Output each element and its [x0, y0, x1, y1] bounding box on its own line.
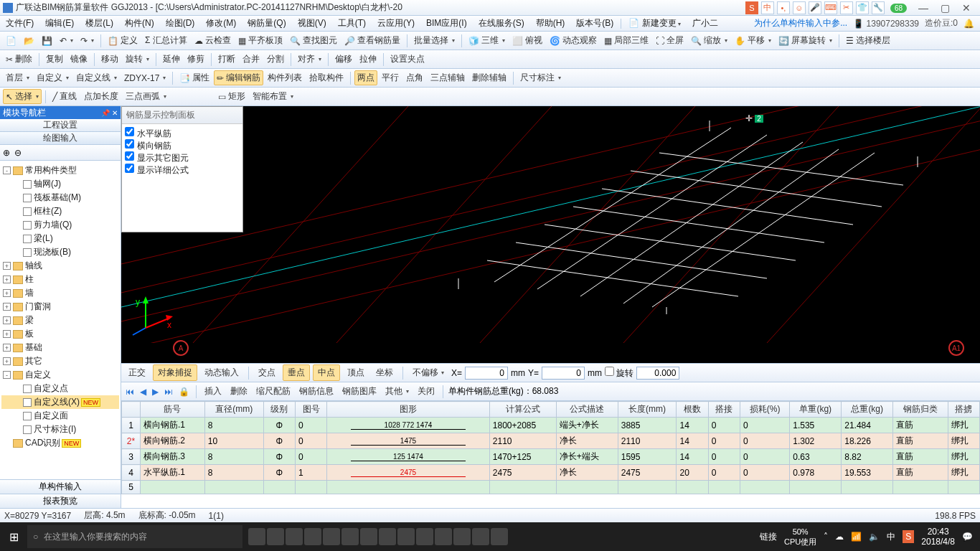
drawing-canvas[interactable]: A A1 yx ✛ 2 钢筋显示控制面板 水平纵筋横向钢筋显示其它图元显示详细公… — [121, 106, 980, 363]
menu-draw[interactable]: 绘图(D) — [160, 17, 201, 29]
menu-floor[interactable]: 楼层(L) — [80, 17, 119, 29]
tree-node[interactable]: 尺寸标注(I) — [1, 423, 119, 436]
mirror-btn[interactable]: 镜像 — [67, 52, 90, 67]
tray-onedrive-icon[interactable]: ☁ — [835, 532, 844, 542]
task-icon[interactable] — [379, 528, 396, 545]
task-icon[interactable] — [416, 528, 433, 545]
perp-toggle[interactable]: 垂点 — [283, 364, 310, 381]
offset-btn[interactable]: 偏移 — [332, 52, 355, 67]
fullscreen-btn[interactable]: ⛶ 全屏 — [653, 33, 687, 48]
component-tree[interactable]: -常用构件类型轴网(J)筏板基础(M)框柱(Z)剪力墙(Q)梁(L)现浇板(B)… — [0, 161, 121, 479]
delete-row-btn[interactable]: 删除 — [227, 384, 250, 399]
define-btn[interactable]: 📋 定义 — [105, 33, 141, 48]
display-check[interactable]: 显示其它图元 — [125, 151, 240, 164]
tip-link[interactable]: 为什么单构件输入中参... — [754, 17, 847, 29]
move-btn[interactable]: 移动 — [98, 52, 121, 67]
maximize-button[interactable]: ▢ — [934, 1, 956, 14]
task-icon[interactable] — [453, 528, 471, 545]
net-label[interactable]: 链接 — [760, 531, 777, 543]
delete-axis-btn[interactable]: 删除辅轴 — [469, 70, 509, 85]
tree-node[interactable]: 框柱(Z) — [1, 204, 119, 218]
copy-btn[interactable]: 复制 — [43, 52, 66, 67]
rebar-table[interactable]: 筋号直径(mm)级别图号图形计算公式公式描述长度(mm)根数搭接损耗(%)单重(… — [121, 401, 980, 508]
scale-rebar-btn[interactable]: 缩尺配筋 — [253, 384, 293, 399]
task-icon[interactable] — [491, 528, 508, 545]
rect-btn[interactable]: ▭ 矩形 — [215, 89, 248, 104]
display-check[interactable]: 横向钢筋 — [125, 139, 240, 151]
mid-toggle[interactable]: 中点 — [313, 364, 340, 381]
menu-edit[interactable]: 编辑(E) — [39, 17, 80, 29]
edit-rebar-btn[interactable]: ✏ 编辑钢筋 — [214, 70, 263, 85]
ime-lang-icon[interactable]: 中 — [761, 1, 774, 14]
tree-node[interactable]: 筏板基础(M) — [1, 191, 119, 204]
ime-mic-icon[interactable]: 🎤 — [809, 1, 821, 14]
screen-rotate-btn[interactable]: 🔄 屏幕旋转 — [776, 33, 835, 48]
tree-node[interactable]: +柱 — [1, 273, 119, 286]
cpu-label[interactable]: 50% CPU使用 — [784, 527, 816, 547]
coin-label[interactable]: 造价豆:0 — [925, 17, 958, 29]
grip-btn[interactable]: 设置夹点 — [387, 52, 428, 67]
prev-btn[interactable]: ◀ — [138, 387, 148, 397]
rebar-lib-btn[interactable]: 钢筋图库 — [339, 384, 380, 399]
ime-punct-icon[interactable]: •, — [777, 1, 790, 14]
other-btn[interactable]: 其他 — [382, 384, 412, 399]
tree-node[interactable]: 剪力墙(Q) — [1, 218, 119, 232]
tab-report-preview[interactable]: 报表预览 — [0, 494, 121, 508]
view-rebar-btn[interactable]: 🔎 查看钢筋量 — [341, 33, 403, 48]
ime-sogou-icon[interactable]: S — [745, 1, 758, 14]
tray-vol-icon[interactable]: 🔈 — [869, 532, 880, 542]
display-check[interactable]: 显示详细公式 — [125, 164, 240, 176]
task-icon[interactable] — [267, 528, 284, 545]
merge-btn[interactable]: 合并 — [240, 52, 263, 67]
inter-toggle[interactable]: 交点 — [254, 365, 280, 380]
zoom-btn[interactable]: 🔍 缩放 — [688, 33, 730, 48]
two-point-btn[interactable]: 两点 — [354, 70, 377, 85]
task-icon[interactable] — [286, 528, 303, 545]
customline-select[interactable]: 自定义线 — [73, 70, 120, 85]
table-row[interactable]: 3横向钢筋.38Φ0125 14741470+125净长+端头159514000… — [122, 449, 980, 465]
smart-layout-btn[interactable]: 智能布置 — [250, 89, 296, 104]
coord-toggle[interactable]: 坐标 — [372, 365, 397, 380]
line-btn[interactable]: ╱ 直线 — [50, 89, 80, 104]
tree-node[interactable]: 现浇板(B) — [1, 245, 119, 259]
y-input[interactable] — [542, 367, 585, 380]
lock-btn[interactable]: 🔒 — [177, 387, 191, 397]
pin-icon[interactable]: 📌 ✕ — [101, 109, 118, 117]
point-len-btn[interactable]: 点加长度 — [81, 89, 121, 104]
arc-btn[interactable]: 三点画弧 — [123, 89, 169, 104]
open-btn[interactable]: 📂 — [21, 34, 37, 47]
display-check[interactable]: 水平纵筋 — [125, 127, 240, 139]
tree-node[interactable]: +墙 — [1, 286, 119, 300]
dyninput-toggle[interactable]: 动态输入 — [200, 365, 243, 380]
find-ele-btn[interactable]: 🔍 查找图元 — [287, 33, 340, 48]
menu-rebar[interactable]: 钢筋量(Q) — [242, 17, 291, 29]
tree-node[interactable]: +轴线 — [1, 259, 119, 273]
nooffset-select[interactable]: 不偏移 — [408, 365, 448, 380]
clock[interactable]: 20:432018/4/8 — [921, 527, 955, 547]
user-label[interactable]: 广小二 — [687, 17, 724, 29]
align-top-btn[interactable]: ▦ 平齐板顶 — [235, 33, 286, 48]
menu-tool[interactable]: 工具(T) — [332, 17, 372, 29]
ime-cut-icon[interactable]: ✂ — [840, 1, 853, 14]
tree-node[interactable]: +门窗洞 — [1, 300, 119, 314]
tree-node[interactable]: -自定义 — [1, 368, 119, 382]
local-3d-btn[interactable]: ▦ 局部三维 — [601, 33, 651, 48]
last-btn[interactable]: ⏭ — [163, 387, 174, 397]
rebar-display-panel[interactable]: 钢筋显示控制面板 水平纵筋横向钢筋显示其它图元显示详细公式 — [121, 106, 243, 232]
menu-file[interactable]: 文件(F) — [0, 17, 39, 29]
delete-btn[interactable]: ✂ 删除 — [3, 52, 35, 67]
comp-list-btn[interactable]: 构件列表 — [265, 70, 305, 85]
ime-shirt-icon[interactable]: 👕 — [856, 1, 869, 14]
pan-btn[interactable]: ✋ 平移 — [732, 33, 774, 48]
table-row[interactable]: 2*横向钢筋.210Φ014752110净长211014001.30218.22… — [122, 433, 980, 449]
parallel-btn[interactable]: 平行 — [379, 70, 402, 85]
menu-cloud[interactable]: 云应用(Y) — [372, 17, 420, 29]
rotate-input[interactable] — [636, 367, 679, 380]
zdyx-select[interactable]: ZDYX-17 — [121, 72, 169, 85]
collapse-icon[interactable]: ⊖ — [14, 148, 22, 158]
minimize-button[interactable]: — — [913, 1, 934, 14]
dynamic-view-btn[interactable]: 🌀 动态观察 — [547, 33, 600, 48]
point-angle-btn[interactable]: 点角 — [403, 70, 426, 85]
first-btn[interactable]: ⏮ — [124, 387, 136, 397]
ime-tool-icon[interactable]: 🔧 — [872, 1, 885, 14]
